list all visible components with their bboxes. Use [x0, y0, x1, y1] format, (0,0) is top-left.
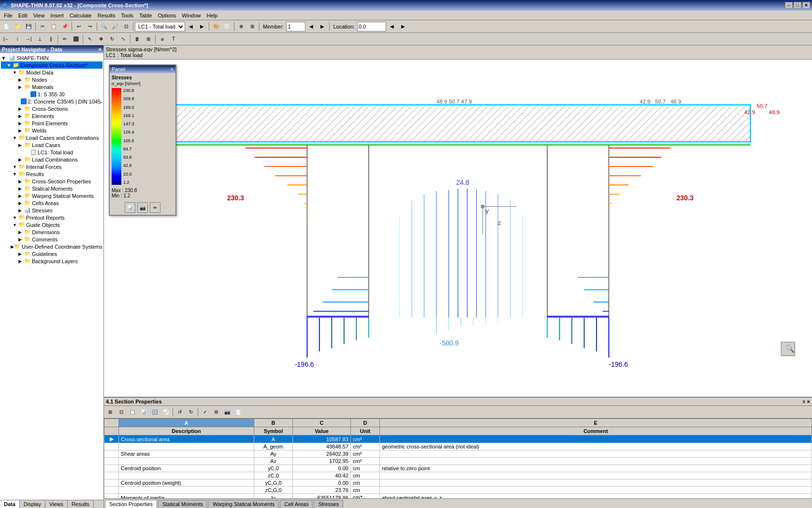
toolbar-btn-6[interactable]: 📌: [59, 21, 70, 32]
nav-tree[interactable]: ▼📊SHAPE-THIN▼📁Composite Cross-Section*▼📁…: [0, 53, 103, 500]
toolbar-prev[interactable]: ◀: [186, 21, 196, 32]
toolbar-btn-4[interactable]: ✂: [37, 21, 48, 32]
menu-tools[interactable]: Tools: [118, 12, 136, 19]
menu-view[interactable]: View: [30, 12, 48, 19]
toolbar-btn-3[interactable]: 💾: [23, 21, 34, 32]
table-row[interactable]: ▶ Cross-sectional area A 10587.83 cm²: [104, 435, 812, 443]
nav-root[interactable]: ▼📊SHAPE-THIN: [1, 54, 102, 61]
nav-tree-item-26[interactable]: ▶📁Guidelines: [1, 250, 102, 257]
btoolbar-btn-3[interactable]: 📋: [127, 407, 138, 418]
toolbar2-btn-3[interactable]: →|: [23, 34, 34, 45]
nav-tree-item-21[interactable]: ▼📁Printout Reports: [1, 214, 102, 221]
btoolbar-btn-10[interactable]: ⚙: [211, 407, 221, 418]
nav-tab-results[interactable]: Results: [68, 500, 94, 508]
toolbar2-text[interactable]: T: [168, 34, 179, 45]
location-prev[interactable]: ◀: [387, 21, 397, 32]
toolbar-btn-render[interactable]: 🎨: [211, 21, 221, 32]
toolbar2-move[interactable]: ✥: [96, 34, 106, 45]
lc-combo[interactable]: LC1 - Total load: [135, 22, 185, 31]
panel-footer-btn-1[interactable]: 📊: [125, 202, 135, 213]
nav-tree-item-2[interactable]: ▶📁Nodes: [1, 76, 102, 83]
table-row[interactable]: Az 1702.95 cm²: [104, 458, 812, 465]
toolbar-next[interactable]: ▶: [197, 21, 207, 32]
nav-tab-data[interactable]: Data: [0, 500, 20, 508]
tab-warping-statical-moments[interactable]: Warping Statical Moments: [208, 500, 279, 508]
menu-results[interactable]: Results: [95, 12, 118, 19]
minimize-button[interactable]: ─: [785, 2, 793, 9]
tab-statical-moments[interactable]: Statical Moments: [158, 500, 207, 508]
nav-tab-views[interactable]: Views: [45, 500, 68, 508]
nav-tree-item-4[interactable]: 🟦1: S 355 J0: [1, 90, 102, 98]
toolbar-btn-snap[interactable]: ⊕: [236, 21, 246, 32]
col-header-e[interactable]: E: [380, 419, 812, 427]
table-row[interactable]: zC,G,0 23.76 cm: [104, 487, 812, 494]
nav-tree-item-24[interactable]: ▶📁Comments: [1, 236, 102, 243]
nav-tree-item-0[interactable]: ▼📁Composite Cross-Section*: [1, 61, 102, 69]
col-header-c[interactable]: C: [293, 419, 351, 427]
tab-section-properties[interactable]: Section Properties: [105, 500, 157, 508]
toolbar-btn-7[interactable]: ↩: [73, 21, 84, 32]
location-input[interactable]: [357, 22, 386, 31]
btoolbar-btn-1[interactable]: ⊞: [105, 407, 116, 418]
nav-tree-item-7[interactable]: ▶📁Elements: [1, 112, 102, 120]
menu-edit[interactable]: Edit: [15, 12, 30, 19]
btoolbar-btn-2[interactable]: ⊡: [116, 407, 127, 418]
toolbar-btn-grid[interactable]: ⊞: [247, 21, 258, 32]
nav-close-button[interactable]: ×: [99, 46, 102, 52]
nav-tree-item-8[interactable]: ▶📁Point Elements: [1, 120, 102, 127]
toolbar2-btn-4[interactable]: ⊥: [34, 34, 45, 45]
nav-tree-item-3[interactable]: ▶📁Materials: [1, 83, 102, 90]
nav-tree-item-20[interactable]: ▶📊Stresses: [1, 207, 102, 214]
btoolbar-btn-7[interactable]: ↺: [174, 407, 185, 418]
nav-tab-display[interactable]: Display: [20, 500, 45, 508]
toolbar2-rotate[interactable]: ↻: [107, 34, 117, 45]
toolbar-btn-wire[interactable]: ⬜: [222, 21, 232, 32]
table-row[interactable]: zC,0 40.42 cm: [104, 472, 812, 479]
toolbar2-dim[interactable]: ⌀: [157, 34, 168, 45]
panel-footer-btn-3[interactable]: ✏: [150, 202, 160, 213]
nav-tree-item-27[interactable]: ▶📁Background Layers: [1, 257, 102, 265]
col-header-d[interactable]: D: [351, 419, 380, 427]
nav-tree-item-22[interactable]: ▼📁Guide Objects: [1, 221, 102, 228]
toolbar2-btn-5[interactable]: ∥: [45, 34, 56, 45]
table-row[interactable]: Shear areas Ay 26402.39 cm²: [104, 450, 812, 458]
btoolbar-btn-6[interactable]: 📈: [160, 407, 171, 418]
canvas-container[interactable]: Panel × Stresses σ_eqv [N/mm²] 230.8209.…: [104, 60, 812, 397]
menu-calculate[interactable]: Calculate: [67, 12, 95, 19]
toolbar-btn-5[interactable]: 📋: [48, 21, 59, 32]
nav-tree-item-9[interactable]: ▶📁Welds: [1, 127, 102, 134]
btoolbar-btn-8[interactable]: ↻: [186, 407, 196, 418]
toolbar2-delete[interactable]: 🗑: [132, 34, 143, 45]
nav-tree-item-18[interactable]: ▶📁Warping Statical Moments: [1, 192, 102, 199]
toolbar-btn-zoom-out[interactable]: 🔎: [110, 21, 120, 32]
nav-tree-item-23[interactable]: ▶📁Dimensions: [1, 228, 102, 236]
nav-tree-item-19[interactable]: ▶📁Cells Areas: [1, 199, 102, 207]
nav-tree-item-16[interactable]: ▶📁Cross-Section Properties: [1, 178, 102, 185]
toolbar2-copy[interactable]: ⊞: [143, 34, 154, 45]
toolbar2-scale[interactable]: ⤡: [118, 34, 129, 45]
toolbar-btn-2[interactable]: 📁: [12, 21, 23, 32]
panel-footer-btn-2[interactable]: 📷: [137, 202, 148, 213]
table-row[interactable]: A_geom 49848.57 cm² geometric cross-sect…: [104, 443, 812, 450]
nav-tree-item-13[interactable]: ▶📁Load Combinations: [1, 156, 102, 163]
maximize-button[interactable]: □: [794, 2, 801, 9]
tab-cell-areas[interactable]: Cell Areas: [280, 500, 313, 508]
nav-tree-item-11[interactable]: ▶📁Load Cases: [1, 141, 102, 149]
btoolbar-btn-12[interactable]: 📄: [233, 407, 244, 418]
nav-tree-item-25[interactable]: ▶📁User-Defined Coordinate Systems: [1, 243, 102, 250]
toolbar2-btn-7[interactable]: ⬛: [71, 34, 81, 45]
table-row[interactable]: Centroid position (weight) yC,G,0 0.00 c…: [104, 479, 812, 487]
toolbar2-btn-2[interactable]: ↕: [12, 34, 23, 45]
col-header-b[interactable]: B: [254, 419, 293, 427]
toolbar-btn-1[interactable]: 📄: [1, 21, 12, 32]
location-next[interactable]: ▶: [398, 21, 408, 32]
menu-file[interactable]: File: [1, 12, 15, 19]
panel-close-button[interactable]: ×: [171, 66, 174, 72]
nav-tree-item-14[interactable]: ▼📁Internal Forces: [1, 163, 102, 170]
nav-tree-item-15[interactable]: ▼📁Results: [1, 170, 102, 178]
member-input[interactable]: [286, 22, 305, 31]
btoolbar-btn-9[interactable]: ✓: [200, 407, 210, 418]
menu-window[interactable]: Window: [179, 12, 203, 19]
tab-stresses[interactable]: Stresses: [314, 500, 343, 508]
nav-tree-item-5[interactable]: 🟦2: Concrete C35/45 | DIN 1045-: [1, 98, 102, 105]
